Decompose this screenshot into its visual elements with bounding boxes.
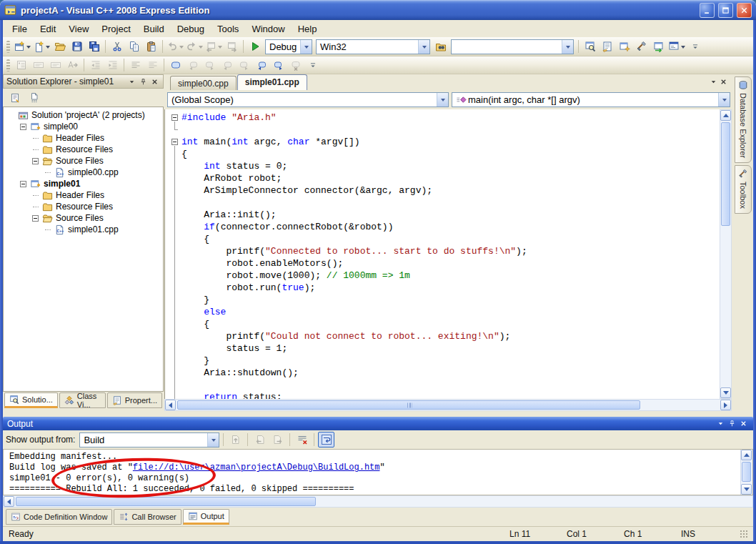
word-completion-button[interactable] [64,57,81,73]
close-document-button[interactable] [720,76,727,89]
resize-grip[interactable] [740,530,749,539]
close-button[interactable] [737,3,752,18]
members-combo[interactable]: main(int argc, char *[] argv) [452,92,730,107]
find-combo[interactable] [451,39,574,54]
tab-solutio[interactable]: Solutio... [4,392,58,408]
new-project-button[interactable] [13,39,31,54]
tree-item-header-files[interactable]: Header Files [4,132,163,144]
window-position-button[interactable] [715,418,726,429]
copy-button[interactable] [126,39,142,54]
parameter-info-button[interactable] [30,57,46,73]
start-page-button[interactable] [650,39,667,54]
vertical-scroll-thumb[interactable] [742,462,751,482]
save-all-button[interactable] [86,39,102,54]
save-button[interactable] [69,39,85,54]
other-windows-button[interactable] [667,39,686,54]
scroll-left-button[interactable] [165,400,176,410]
output-horizontal-scrollbar[interactable] [3,495,753,508]
tree-item-simple00-cpp[interactable]: C++simple00.cpp [4,167,163,178]
tree-item-source-files[interactable]: Source Files [4,212,163,224]
menu-view[interactable]: View [62,21,95,36]
menu-help[interactable]: Help [292,21,324,36]
member-list-button[interactable] [13,57,29,73]
redo-button[interactable] [185,39,204,54]
horizontal-scroll-thumb[interactable] [177,400,640,410]
types-combo-dropdown[interactable] [437,93,448,107]
output-source-dropdown[interactable] [207,433,219,447]
solution-platforms-combo[interactable]: Win32 [316,39,430,54]
menu-window[interactable]: Window [245,21,291,36]
menu-file[interactable]: File [6,21,34,36]
navigate-forward-button[interactable] [224,39,240,54]
tab-propert[interactable]: Propert... [107,392,162,408]
next-bookmark-document-button[interactable] [270,57,287,73]
solution-configurations-combo[interactable]: Debug [265,39,312,54]
next-bookmark-button[interactable] [202,57,218,73]
tree-expander-minus[interactable] [19,179,28,189]
clear-all-button[interactable] [294,432,310,447]
quick-info-button[interactable] [47,57,64,73]
output-source-combo[interactable]: Build [79,432,219,447]
toggle-bookmark-button[interactable] [167,57,184,73]
add-new-item-button[interactable] [32,39,51,54]
scroll-left-button[interactable] [4,496,14,507]
navigate-backward-button[interactable] [204,39,223,54]
fold-toggle[interactable] [169,112,181,124]
clear-bookmarks-button[interactable] [287,57,304,73]
open-file-button[interactable] [51,39,68,54]
build-log-link[interactable]: file://d:\user\azman\projectA\Debug\Buil… [133,463,380,473]
menu-tools[interactable]: Tools [211,21,245,36]
previous-bookmark-button[interactable] [184,57,201,73]
scroll-down-button[interactable] [720,387,731,398]
toolbar-drag-handle[interactable] [6,41,10,53]
solution-platforms-dropdown[interactable] [418,40,429,54]
previous-bookmark-document-button[interactable] [253,57,269,73]
types-combo[interactable]: (Global Scope) [167,92,449,107]
solution-configurations-dropdown[interactable] [300,40,312,54]
next-message-button[interactable] [269,432,286,447]
next-bookmark-folder-button[interactable] [236,57,252,73]
active-files-dropdown-button[interactable] [710,76,717,89]
find-combo-dropdown[interactable] [562,40,573,54]
tab-call-browser[interactable]: Call Browser [114,509,181,525]
menu-project[interactable]: Project [95,21,136,36]
object-browser-button[interactable] [616,39,632,54]
tab-code-definition-window[interactable]: Code Definition Window [6,509,112,525]
document-tab-simple00-cpp[interactable]: simple00.cpp [170,76,237,90]
scroll-right-button[interactable] [720,400,731,410]
toolbar-drag-handle[interactable] [6,59,10,71]
properties-button[interactable] [6,90,23,106]
tab-class-vi[interactable]: Class Vi... [59,392,106,408]
scroll-up-button[interactable] [720,110,731,121]
editor-vertical-scrollbar[interactable] [720,109,732,399]
menu-debug[interactable]: Debug [171,21,211,36]
code-editor[interactable]: #include "Aria.h"int main(int argc, char… [164,109,720,399]
word-wrap-button[interactable] [318,432,334,447]
tree-item-source-files[interactable]: Source Files [4,155,163,167]
fold-toggle[interactable] [169,136,181,148]
document-tab-simple01-cpp[interactable]: simple01.cpp [237,74,307,90]
auto-hide-button[interactable] [726,418,737,429]
close-panel-button[interactable] [737,418,749,429]
minimize-button[interactable] [700,3,715,18]
tree-item-resource-files[interactable]: Resource Files [4,144,163,155]
start-debugging-button[interactable] [247,39,263,54]
tree-expander-minus[interactable] [31,157,40,166]
maximize-button[interactable] [718,3,733,18]
close-panel-button[interactable] [149,76,160,87]
tree-item-simple01-cpp[interactable]: C++simple01.cpp [4,224,163,235]
toolbar-options-button[interactable] [304,57,321,73]
goto-message-button[interactable] [227,432,244,447]
uncomment-selection-button[interactable] [144,57,161,73]
menu-build[interactable]: Build [137,21,171,36]
output-vertical-scrollbar[interactable] [740,450,752,495]
undo-button[interactable] [166,39,184,54]
scroll-up-button[interactable] [741,450,752,460]
find-in-files-button[interactable] [432,39,449,54]
tree-expander-minus[interactable] [19,122,28,132]
tree-item-simple01[interactable]: simple01 [4,178,163,189]
tree-item-header-files[interactable]: Header Files [4,189,163,201]
toolbox-button[interactable] [633,39,650,54]
comment-selection-button[interactable] [127,57,144,73]
window-position-button[interactable] [126,76,137,87]
